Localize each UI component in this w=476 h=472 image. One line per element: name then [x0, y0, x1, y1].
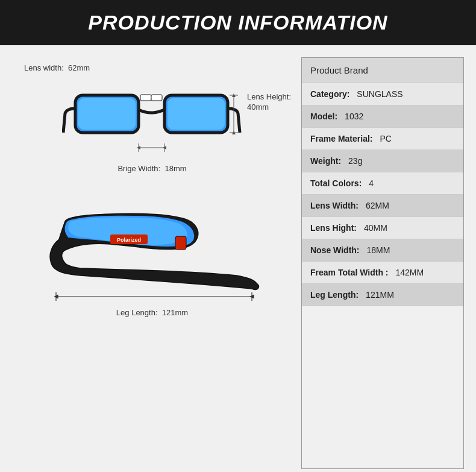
svg-text:Polarized: Polarized	[116, 237, 140, 243]
spec-row-9: Leg Length:121MM	[302, 284, 463, 306]
spec-row-7: Nose Width:18MM	[302, 239, 463, 262]
spec-label-4: Total Colors:	[310, 178, 362, 188]
bridge-width-label: Brige Width: 18mm	[117, 164, 186, 173]
svg-rect-1	[78, 98, 136, 130]
leg-length-label: Leg Length: 121mm	[116, 308, 188, 317]
spec-rows: Category:SUNGLASSModel:1032Frame Materia…	[302, 83, 463, 306]
spec-label-5: Lens Width:	[310, 201, 359, 210]
spec-row-6: Lens Hight:40MM	[302, 217, 463, 239]
spec-label-8: Fream Total Width :	[310, 268, 389, 277]
spec-row-5: Lens Width:62MM	[302, 195, 463, 217]
front-view-container: Lens width: 62mm	[12, 57, 292, 185]
svg-rect-5	[151, 95, 162, 101]
spec-value-5: 62MM	[366, 201, 389, 210]
spec-row-2: Frame Material:PC	[302, 128, 463, 150]
page-title: Production Information	[88, 11, 387, 34]
spec-row-3: Weight:23g	[302, 150, 463, 172]
brand-label: Product Brand	[310, 65, 368, 75]
side-view-svg: Polarized	[38, 203, 267, 306]
spec-value-8: 142MM	[396, 268, 424, 277]
spec-value-3: 23g	[348, 156, 362, 166]
spec-value-6: 40MM	[364, 223, 387, 233]
spec-label-0: Category:	[310, 89, 349, 99]
brand-row: Product Brand	[302, 58, 463, 83]
svg-rect-12	[175, 236, 186, 250]
spec-label-9: Leg Length:	[310, 290, 359, 300]
svg-rect-4	[140, 95, 151, 101]
spec-value-0: SUNGLASS	[357, 89, 402, 99]
page-header: Production Information	[0, 0, 476, 45]
svg-rect-3	[168, 98, 225, 130]
spec-label-2: Frame Material:	[310, 134, 372, 143]
lens-width-label: Lens width: 62mm	[24, 63, 90, 72]
side-view-container: Polarized Leg Length: 121mm	[12, 197, 292, 323]
spec-value-2: PC	[380, 134, 391, 143]
spec-value-4: 4	[369, 178, 374, 188]
spec-row-0: Category:SUNGLASS	[302, 83, 463, 105]
spec-row-1: Model:1032	[302, 105, 463, 128]
spec-label-3: Weight:	[310, 156, 341, 166]
spec-label-7: Nose Width:	[310, 245, 360, 255]
spec-label-6: Lens Hight:	[310, 223, 357, 233]
spec-value-1: 1032	[345, 112, 363, 121]
spec-value-7: 18MM	[367, 245, 390, 255]
right-panel: Product Brand Category:SUNGLASSModel:103…	[301, 57, 464, 469]
front-view-svg	[62, 78, 243, 163]
left-panel: Lens width: 62mm	[12, 57, 292, 469]
spec-label-1: Model:	[310, 112, 337, 121]
spec-row-8: Fream Total Width :142MM	[302, 262, 463, 284]
main-content: Lens width: 62mm	[0, 45, 476, 472]
spec-value-9: 121MM	[366, 290, 394, 300]
spec-row-4: Total Colors:4	[302, 172, 463, 195]
lens-height-label: Lens Height: 40mm	[247, 92, 291, 113]
